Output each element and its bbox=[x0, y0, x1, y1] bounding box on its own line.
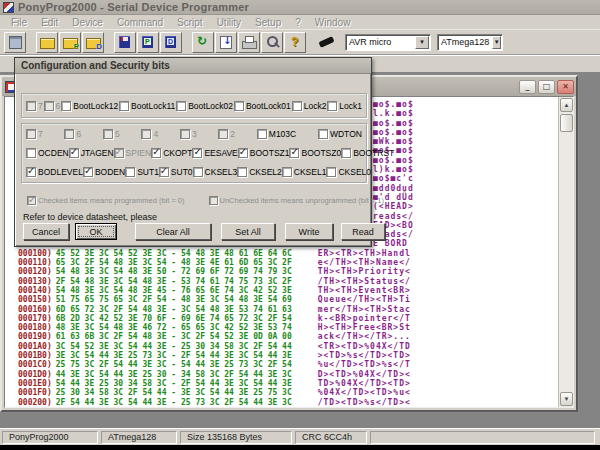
checkbox-box[interactable] bbox=[292, 101, 302, 111]
menu-item-file[interactable]: File bbox=[4, 17, 34, 28]
checkbox-box[interactable] bbox=[193, 167, 203, 177]
checkbox-box[interactable] bbox=[159, 167, 169, 177]
scroll-up-icon[interactable]: ▲ bbox=[560, 98, 573, 112]
device-family-select[interactable]: AVR micro ▼ bbox=[345, 34, 431, 51]
checkbox-sut0[interactable]: SUT0 bbox=[159, 167, 193, 177]
write-button[interactable]: Write bbox=[285, 223, 333, 240]
save-file-button[interactable] bbox=[114, 32, 136, 53]
device-type-select[interactable]: ATmega128 ▼ bbox=[437, 34, 503, 51]
cancel-button[interactable]: Cancel bbox=[23, 223, 69, 240]
checkbox-cksel2[interactable]: CKSEL2 bbox=[237, 167, 282, 177]
ok-button[interactable]: OK bbox=[75, 223, 117, 240]
checkbox-box[interactable] bbox=[119, 101, 129, 111]
open-file-button[interactable] bbox=[36, 32, 58, 53]
hex-row: 000190)61 63 6B 3C 2F 54 48 3E - 3C 2F 5… bbox=[18, 332, 557, 341]
checkbox-box[interactable] bbox=[238, 148, 248, 158]
checkbox-label: SUT1 bbox=[137, 167, 159, 177]
checkbox-box[interactable] bbox=[61, 101, 71, 111]
hex-column: 25 30 34 58 3C 2F 54 44 - 3E 3C 54 44 3E… bbox=[56, 388, 292, 397]
checkbox-lock2[interactable]: Lock2 bbox=[292, 101, 327, 111]
reload-button[interactable] bbox=[192, 32, 214, 53]
checkbox-cksel1[interactable]: CKSEL1 bbox=[282, 167, 327, 177]
clear-all-button[interactable]: Clear All bbox=[135, 223, 211, 240]
set-all-button[interactable]: Set All bbox=[221, 223, 275, 240]
checkbox-box[interactable] bbox=[327, 101, 337, 111]
checkbox-box[interactable] bbox=[26, 167, 36, 177]
checkbox-bootsz1[interactable]: BOOTSZ1 bbox=[238, 148, 290, 158]
menu-item-script[interactable]: Script bbox=[170, 17, 210, 28]
read-device-button[interactable] bbox=[215, 32, 237, 53]
open-program-file-button[interactable] bbox=[59, 32, 81, 53]
checkbox-box[interactable] bbox=[26, 148, 36, 158]
checkbox-box[interactable] bbox=[341, 148, 351, 158]
checkbox-box[interactable] bbox=[83, 167, 93, 177]
main-title-bar: PonyProg2000 - Serial Device Programmer bbox=[0, 0, 600, 15]
checkbox-bootlock12[interactable]: BootLock12 bbox=[61, 101, 118, 111]
checkbox-bootlock01[interactable]: BootLock01 bbox=[234, 101, 291, 111]
checkbox-bootlock11[interactable]: BootLock11 bbox=[119, 101, 175, 111]
help-button[interactable] bbox=[284, 32, 306, 53]
maximize-button[interactable]: □ bbox=[538, 80, 555, 94]
save-data-file-button[interactable] bbox=[160, 32, 182, 53]
checkbox-4: 4 bbox=[141, 129, 158, 139]
scrollbar-thumb[interactable] bbox=[560, 114, 573, 132]
checkbox-boden[interactable]: BODEN bbox=[83, 167, 125, 177]
checkbox-box[interactable] bbox=[69, 148, 79, 158]
checkbox-box[interactable] bbox=[234, 101, 244, 111]
checkbox-label: BODLEVEL bbox=[38, 167, 83, 177]
checkbox-ocden[interactable]: OCDEN bbox=[26, 148, 69, 158]
checkbox-6: 6 bbox=[64, 129, 81, 139]
checkbox-lock1[interactable]: Lock1 bbox=[327, 101, 362, 111]
checkbox-bootlock02[interactable]: BootLock02 bbox=[176, 101, 233, 111]
checkbox-box[interactable] bbox=[237, 167, 247, 177]
checkbox-wdton[interactable]: WDTON bbox=[318, 129, 362, 139]
checkbox-sut1[interactable]: SUT1 bbox=[125, 167, 159, 177]
checkbox-box[interactable] bbox=[192, 148, 202, 158]
checkbox-bootrst[interactable]: BOOTRST bbox=[341, 148, 394, 158]
checkbox-box[interactable] bbox=[282, 167, 292, 177]
checkbox-box[interactable] bbox=[151, 148, 161, 158]
menu-item-[interactable]: ? bbox=[288, 17, 308, 28]
menu-item-edit[interactable]: Edit bbox=[34, 17, 65, 28]
setup-button[interactable] bbox=[261, 32, 283, 53]
vertical-scrollbar[interactable]: ▲ ▼ bbox=[558, 97, 573, 407]
read-button[interactable]: Read bbox=[341, 223, 385, 240]
minimize-button[interactable]: _ bbox=[519, 80, 536, 94]
checkbox-m103c[interactable]: M103C bbox=[257, 129, 296, 139]
checkbox-box[interactable] bbox=[318, 129, 328, 139]
checkbox-cksel3[interactable]: CKSEL3 bbox=[193, 167, 238, 177]
checkbox-label: BOOTRST bbox=[353, 148, 394, 158]
menu-item-command[interactable]: Command bbox=[110, 17, 170, 28]
chevron-down-icon[interactable]: ▼ bbox=[415, 36, 429, 49]
chevron-down-icon[interactable]: ▼ bbox=[492, 36, 501, 49]
checkbox-label: Lock2 bbox=[304, 101, 327, 111]
checkbox-box[interactable] bbox=[326, 167, 336, 177]
close-icon[interactable]: ✕ bbox=[557, 80, 574, 94]
addr-column: 000160) bbox=[18, 305, 52, 314]
interface-connector-button[interactable] bbox=[316, 32, 338, 53]
print-button[interactable] bbox=[238, 32, 260, 53]
checkbox-eesave[interactable]: EESAVE bbox=[192, 148, 237, 158]
checkbox-box[interactable] bbox=[125, 167, 135, 177]
checkbox-box[interactable] bbox=[176, 101, 186, 111]
menu-item-device[interactable]: Device bbox=[65, 17, 110, 28]
scroll-down-icon[interactable]: ▼ bbox=[560, 392, 573, 406]
hex-column: 54 48 3E 3C 54 48 3E 45 - 76 65 6E 74 3C… bbox=[56, 286, 292, 295]
checkbox-bodlevel[interactable]: BODLEVEL bbox=[26, 167, 83, 177]
hex-row: 000170)6B 2D 3C 42 52 3E 70 6F - 69 6E 7… bbox=[18, 314, 557, 323]
checkbox-cksel0[interactable]: CKSEL0 bbox=[326, 167, 371, 177]
open-device-window-button[interactable] bbox=[4, 32, 26, 53]
checkbox-box[interactable] bbox=[257, 129, 267, 139]
save-program-file-button[interactable] bbox=[137, 32, 159, 53]
ascii-fragment: ■o$.■o$ bbox=[373, 100, 414, 109]
checkbox-ckopt[interactable]: CKOPT bbox=[151, 148, 192, 158]
addr-column: 000150) bbox=[18, 295, 52, 304]
checkbox-jtagen[interactable]: JTAGEN bbox=[69, 148, 114, 158]
checkbox-bootsz0[interactable]: BOOTSZ0 bbox=[289, 148, 341, 158]
menu-item-utility[interactable]: Utility bbox=[210, 17, 248, 28]
addr-column: 000170) bbox=[18, 314, 52, 323]
open-data-file-button[interactable] bbox=[82, 32, 104, 53]
menu-item-window[interactable]: Window bbox=[308, 17, 358, 28]
menu-item-setup[interactable]: Setup bbox=[248, 17, 288, 28]
checkbox-box[interactable] bbox=[289, 148, 299, 158]
